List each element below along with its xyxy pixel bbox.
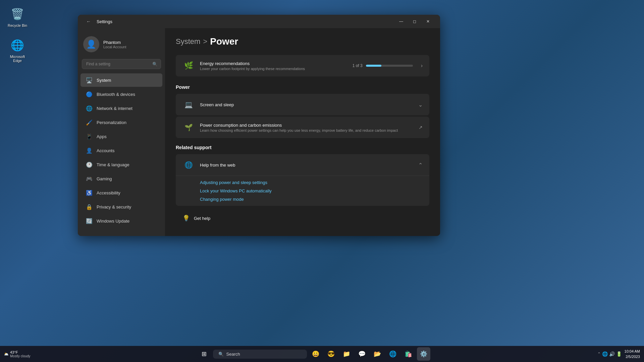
taskbar-store-button[interactable]: 🛍️ bbox=[401, 347, 415, 361]
chevron-up-icon[interactable]: ⌃ bbox=[597, 352, 601, 356]
user-info: Phantom Local Account bbox=[103, 40, 160, 49]
taskbar-explorer-button[interactable]: 📁 bbox=[340, 347, 353, 361]
start-icon: ⊞ bbox=[202, 350, 207, 358]
personalization-icon: 🖌️ bbox=[86, 119, 93, 126]
sidebar-item-apps[interactable]: 📱 Apps bbox=[80, 130, 162, 143]
network-tray-icon[interactable]: 🌐 bbox=[602, 351, 608, 357]
help-web-title: Help from the web bbox=[200, 163, 413, 168]
sidebar-item-system[interactable]: 🖥️ System bbox=[80, 73, 162, 87]
taskbar-emoji1-button[interactable]: 😀 bbox=[309, 347, 322, 361]
carbon-title: Power consumption and carbon emissions bbox=[200, 123, 413, 128]
system-icon: 🖥️ bbox=[86, 77, 93, 83]
progress-bar bbox=[366, 65, 413, 67]
back-button[interactable]: ← bbox=[83, 16, 94, 27]
battery-icon[interactable]: 🔋 bbox=[616, 351, 622, 357]
user-name: Phantom bbox=[103, 40, 160, 45]
edge-desktop-icon[interactable]: 🌐 Microsoft Edge bbox=[4, 35, 31, 65]
taskbar-clock[interactable]: 10:04 AM 2/5/2023 bbox=[625, 349, 640, 360]
progress-fill bbox=[366, 65, 381, 67]
sidebar-item-personalization[interactable]: 🖌️ Personalization bbox=[80, 116, 162, 129]
maximize-button[interactable]: ◻ bbox=[408, 16, 421, 26]
carbon-icon: 🌱 bbox=[182, 121, 195, 133]
privacy-icon: 🔒 bbox=[86, 203, 93, 210]
desktop: 🗑️ Recycle Bin 🌐 Microsoft Edge ← Settin… bbox=[0, 0, 644, 362]
filemanager-icon: 📂 bbox=[374, 350, 381, 358]
breadcrumb-parent[interactable]: System bbox=[176, 37, 200, 46]
help-links: Adjusting power and sleep settings Lock … bbox=[176, 176, 429, 206]
taskbar-edge-button[interactable]: 🌐 bbox=[386, 347, 399, 361]
energy-progress: 1 of 3 bbox=[353, 63, 413, 68]
progress-label: 1 of 3 bbox=[353, 63, 363, 68]
recycle-bin-image: 🗑️ bbox=[9, 6, 25, 22]
help-link-1[interactable]: Adjusting power and sleep settings bbox=[200, 180, 423, 185]
minimize-button[interactable]: — bbox=[394, 16, 408, 26]
breadcrumb-separator: > bbox=[203, 37, 207, 46]
sidebar-item-time[interactable]: 🕐 Time & language bbox=[80, 158, 162, 171]
window-title: Settings bbox=[97, 19, 394, 24]
get-help-row[interactable]: 💡 Get help bbox=[176, 210, 429, 227]
help-from-web-header[interactable]: 🌐 Help from the web ⌃ bbox=[176, 154, 429, 176]
breadcrumb: System > Power bbox=[176, 36, 429, 47]
sidebar-item-gaming[interactable]: 🎮 Gaming bbox=[80, 172, 162, 185]
taskbar-right: ⌃ 🌐 🔊 🔋 10:04 AM 2/5/2023 bbox=[597, 349, 640, 360]
system-label: System bbox=[97, 78, 111, 83]
apps-icon: 📱 bbox=[86, 133, 93, 140]
screen-sleep-chevron-icon: ⌄ bbox=[418, 102, 423, 108]
store-icon: 🛍️ bbox=[405, 350, 412, 358]
volume-icon[interactable]: 🔊 bbox=[609, 351, 615, 357]
accounts-icon: 👤 bbox=[86, 147, 93, 154]
explorer-icon: 📁 bbox=[343, 350, 350, 358]
help-link-3[interactable]: Changing power mode bbox=[200, 197, 423, 202]
sidebar-item-windows-update[interactable]: 🔄 Windows Update bbox=[80, 214, 162, 228]
windows-update-label: Windows Update bbox=[97, 219, 129, 224]
energy-text: Energy recommendations Lower your carbon… bbox=[200, 61, 347, 71]
screen-sleep-card: 💻 Screen and sleep ⌄ bbox=[176, 94, 429, 115]
teams-icon: 💬 bbox=[358, 350, 366, 358]
accessibility-label: Accessibility bbox=[97, 190, 120, 195]
sidebar-item-accounts[interactable]: 👤 Accounts bbox=[80, 144, 162, 157]
taskbar-filemanager-button[interactable]: 📂 bbox=[371, 347, 384, 361]
sidebar-item-bluetooth[interactable]: 🔵 Bluetooth & devices bbox=[80, 87, 162, 101]
help-web-chevron-icon: ⌃ bbox=[418, 162, 423, 168]
sidebar: 👤 Phantom Local Account 🔍 🖥️ System bbox=[78, 28, 165, 236]
energy-icon: 🌿 bbox=[182, 60, 195, 72]
close-button[interactable]: ✕ bbox=[421, 16, 435, 26]
edge-taskbar-icon: 🌐 bbox=[389, 350, 396, 358]
weather-icon: 🌥️ bbox=[4, 352, 9, 356]
apps-label: Apps bbox=[97, 134, 107, 139]
weather-desc: Mostly cloudy bbox=[10, 354, 31, 358]
search-input[interactable] bbox=[82, 59, 161, 69]
start-button[interactable]: ⊞ bbox=[198, 347, 211, 361]
settings-window: ← Settings — ◻ ✕ 👤 Phantom Local Account bbox=[78, 15, 440, 236]
sidebar-item-network[interactable]: 🌐 Network & internet bbox=[80, 102, 162, 115]
taskbar-emoji2-button[interactable]: 😎 bbox=[324, 347, 338, 361]
taskbar: 🌥️ 43°F Mostly cloudy ⊞ 🔍 Search 😀 bbox=[0, 346, 644, 362]
bluetooth-icon: 🔵 bbox=[86, 91, 93, 98]
taskbar-search-bar[interactable]: 🔍 Search bbox=[213, 350, 307, 359]
privacy-label: Privacy & security bbox=[97, 204, 131, 209]
recycle-bin-icon[interactable]: 🗑️ Recycle Bin bbox=[4, 4, 31, 29]
system-tray[interactable]: ⌃ 🌐 🔊 🔋 bbox=[597, 351, 622, 357]
energy-recommendations-card[interactable]: 🌿 Energy recommendations Lower your carb… bbox=[176, 55, 429, 76]
help-link-2[interactable]: Lock your Windows PC automatically bbox=[200, 188, 423, 193]
external-link-icon: ↗ bbox=[419, 125, 423, 130]
taskbar-settings-button[interactable]: ⚙️ bbox=[417, 347, 430, 361]
get-help-icon: 💡 bbox=[182, 215, 190, 222]
screen-sleep-row[interactable]: 💻 Screen and sleep ⌄ bbox=[176, 94, 429, 115]
main-content: System > Power 🌿 Energy recommendations … bbox=[165, 28, 440, 236]
edge-label: Microsoft Edge bbox=[6, 55, 29, 63]
carbon-text: Power consumption and carbon emissions L… bbox=[200, 123, 413, 132]
get-help-label: Get help bbox=[194, 216, 210, 221]
screen-sleep-icon: 💻 bbox=[182, 99, 195, 111]
window-body: 👤 Phantom Local Account 🔍 🖥️ System bbox=[78, 28, 440, 236]
carbon-emissions-row[interactable]: 🌱 Power consumption and carbon emissions… bbox=[176, 117, 429, 138]
taskbar-center: ⊞ 🔍 Search 😀 😎 📁 💬 📂 bbox=[31, 347, 597, 361]
taskbar-teams-button[interactable]: 💬 bbox=[355, 347, 369, 361]
gaming-icon: 🎮 bbox=[86, 175, 93, 182]
user-profile[interactable]: 👤 Phantom Local Account bbox=[78, 32, 165, 59]
sidebar-item-privacy[interactable]: 🔒 Privacy & security bbox=[80, 200, 162, 214]
bluetooth-label: Bluetooth & devices bbox=[97, 92, 135, 97]
sidebar-item-accessibility[interactable]: ♿ Accessibility bbox=[80, 186, 162, 199]
energy-desc: Lower your carbon footprint by applying … bbox=[200, 67, 347, 71]
edge-image: 🌐 bbox=[9, 37, 25, 53]
